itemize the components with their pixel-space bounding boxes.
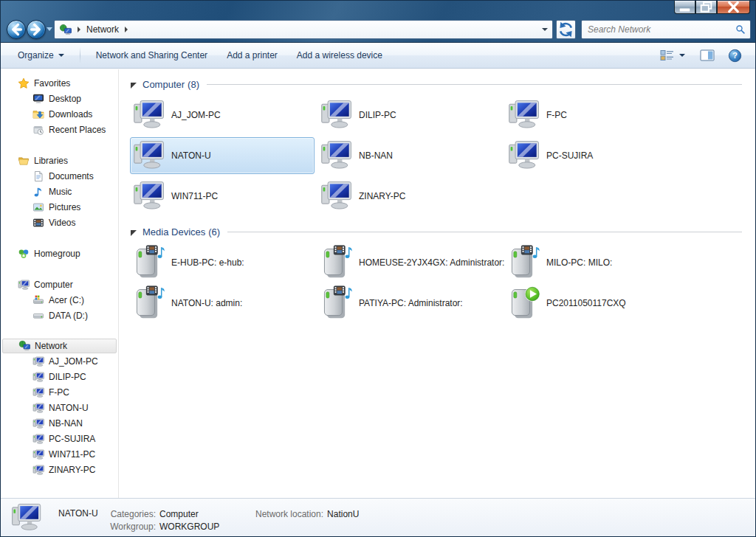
sidebar-item-label: Desktop — [49, 94, 81, 104]
media-device-icon — [320, 245, 355, 280]
item-label: ZINARY-PC — [359, 191, 405, 201]
sidebar-group-children: Documents Music Pictures Videos — [1, 168, 118, 230]
computer-large-icon — [320, 97, 355, 133]
sidebar-item[interactable]: Music — [1, 184, 118, 199]
group-header[interactable]: Computer (8) — [130, 77, 742, 91]
change-view-button[interactable] — [656, 46, 690, 64]
computer-large-icon — [132, 138, 168, 173]
item-label: HOMEUSE-2YJX4GX: Administrator: — [359, 257, 504, 268]
recent-pages-chevron-icon[interactable] — [47, 27, 52, 31]
collapse-triangle-icon[interactable] — [131, 230, 137, 236]
sidebar-item[interactable]: NB-NAN — [1, 415, 118, 431]
item-label: F-PC — [546, 110, 567, 120]
sidebar-item-label: ZINARY-PC — [49, 465, 95, 475]
minimize-button[interactable] — [674, 1, 695, 14]
sidebar-item[interactable]: Desktop — [1, 91, 118, 106]
sidebar-item[interactable]: DATA (D:) — [1, 308, 118, 323]
network-item-tile[interactable]: PC2011050117CXQ — [505, 285, 690, 322]
sidebar-group-header[interactable]: Homegroup — [1, 246, 118, 261]
address-dropdown-button[interactable] — [537, 21, 552, 38]
sidebar-group-children: Acer (C:) DATA (D:) — [1, 292, 118, 323]
sidebar-item-label: Documents — [49, 171, 94, 181]
network-item-tile[interactable]: WIN711-PC — [130, 178, 315, 215]
network-item-tile[interactable]: E-HUB-PC: e-hub: — [130, 244, 315, 281]
network-item-tile[interactable]: PC-SUJIRA — [505, 137, 690, 174]
toolbar-separator — [80, 47, 80, 63]
address-bar[interactable]: Network — [54, 20, 553, 39]
network-item-tile[interactable]: HOMEUSE-2YJX4GX: Administrator: — [317, 244, 502, 281]
views-icon — [660, 49, 675, 61]
sidebar-group-header[interactable]: Computer — [1, 277, 118, 292]
sidebar-item[interactable]: ZINARY-PC — [1, 462, 118, 477]
sidebar-item[interactable]: F-PC — [1, 384, 118, 400]
breadcrumb-arrow-icon[interactable] — [78, 27, 80, 32]
sidebar-item[interactable]: WIN711-PC — [1, 446, 118, 462]
downloads-icon — [32, 108, 44, 120]
computer-small-icon — [32, 402, 44, 414]
back-button[interactable] — [7, 20, 26, 39]
sidebar-group-children: AJ_JOM-PC DILIP-PC F-PC NATON-U — [1, 353, 118, 477]
group-count: (6) — [208, 226, 220, 238]
sidebar-item-label: DATA (D:) — [49, 311, 88, 321]
add-wireless-device-button[interactable]: Add a wireless device — [287, 46, 392, 64]
computer-small-icon — [32, 418, 44, 429]
sidebar-item[interactable]: DILIP-PC — [1, 369, 118, 384]
media-device-icon — [320, 285, 355, 321]
group-header[interactable]: Media Devices (6) — [130, 224, 742, 239]
restore-button[interactable] — [695, 1, 717, 14]
network-item-tile[interactable]: AJ_JOM-PC — [130, 97, 315, 134]
network-item-tile[interactable]: NB-NAN — [317, 137, 502, 174]
sidebar-item[interactable]: Recent Places — [1, 122, 118, 137]
collapse-triangle-icon[interactable] — [131, 83, 137, 89]
search-icon[interactable] — [735, 24, 746, 35]
network-sharing-center-button[interactable]: Network and Sharing Center — [86, 46, 217, 64]
sidebar-item[interactable]: Videos — [1, 215, 118, 230]
network-item-tile[interactable]: NATON-U: admin: — [130, 285, 315, 322]
network-item-tile[interactable]: ZINARY-PC — [317, 178, 502, 215]
command-bar: Organize Network and Sharing Center Add … — [1, 43, 755, 69]
close-button[interactable] — [717, 1, 750, 14]
star-icon — [18, 77, 30, 89]
sidebar-item[interactable]: NATON-U — [1, 400, 118, 415]
network-item-tile[interactable]: DILIP-PC — [317, 97, 502, 134]
search-input[interactable] — [586, 24, 735, 35]
help-button[interactable]: ? — [724, 46, 746, 64]
item-label: MILO-PC: MILO: — [546, 257, 612, 268]
group-header-rule — [207, 84, 742, 85]
computer-small-icon — [32, 356, 44, 367]
refresh-button[interactable] — [556, 20, 576, 39]
add-printer-button[interactable]: Add a printer — [217, 46, 287, 64]
organize-button[interactable]: Organize — [8, 46, 74, 64]
computer-large-icon — [132, 97, 168, 133]
sidebar-item[interactable]: Downloads — [1, 106, 118, 122]
breadcrumb-arrow-icon[interactable] — [125, 27, 128, 32]
sidebar-group-header[interactable]: Network — [2, 339, 117, 353]
computer-small-icon — [32, 433, 44, 445]
forward-button[interactable] — [27, 20, 46, 39]
computer-small-icon — [32, 464, 44, 476]
sidebar-item[interactable]: PC-SUJIRA — [1, 431, 118, 446]
navigation-pane: Favorites Desktop Downloads — [1, 69, 119, 498]
property-value: WORKGROUP — [159, 521, 219, 533]
property-label: Workgroup: — [103, 521, 156, 533]
preview-pane-button[interactable] — [695, 46, 719, 64]
network-item-tile[interactable]: MILO-PC: MILO: — [505, 244, 690, 281]
items-group: Computer (8) AJ_JOM-PC DILIP-PC — [130, 77, 742, 218]
sidebar-group-header[interactable]: Favorites — [1, 75, 118, 91]
breadcrumb-location[interactable]: Network — [86, 24, 119, 35]
sidebar-item[interactable]: Acer (C:) — [1, 292, 118, 308]
sidebar-group-label: Computer — [34, 280, 73, 290]
network-item-tile[interactable]: NATON-U — [130, 137, 315, 174]
network-item-tile[interactable]: F-PC — [505, 97, 690, 134]
details-row: Categories: Computer — [103, 508, 219, 521]
explorer-window: Network Organize Network and Sharing Cen… — [0, 0, 756, 537]
sidebar-item[interactable]: Pictures — [1, 199, 118, 215]
sidebar-item[interactable]: Documents — [1, 168, 118, 184]
item-label: NATON-U — [171, 150, 211, 161]
sidebar-group-header[interactable]: Libraries — [1, 153, 118, 168]
details-row: Workgroup: WORKGROUP — [103, 521, 219, 533]
sidebar-item-label: DILIP-PC — [49, 372, 86, 382]
sidebar-item[interactable]: AJ_JOM-PC — [1, 353, 118, 369]
network-item-tile[interactable]: PATIYA-PC: Administrator: — [317, 285, 502, 322]
network-location: Network location: NationU — [255, 508, 359, 521]
